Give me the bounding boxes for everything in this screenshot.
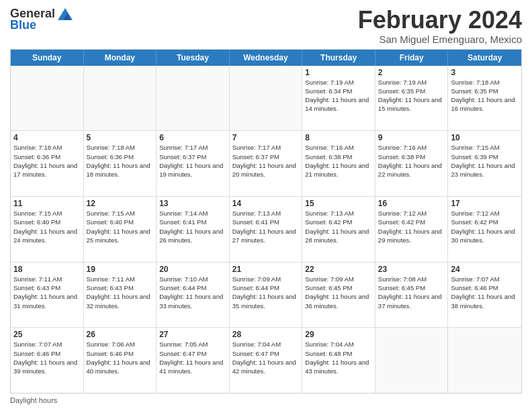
day-number: 14: [232, 199, 300, 208]
calendar-cell: [157, 66, 230, 131]
day-info: Sunrise: 7:13 AM Sunset: 6:42 PM Dayligh…: [305, 209, 372, 244]
day-number: 22: [305, 265, 372, 274]
calendar-cell: 5Sunrise: 7:18 AM Sunset: 6:36 PM Daylig…: [84, 131, 157, 196]
header: General Blue February 2024 San Miguel Em…: [10, 7, 522, 45]
day-info: Sunrise: 7:16 AM Sunset: 6:38 PM Dayligh…: [378, 143, 445, 179]
day-info: Sunrise: 7:16 AM Sunset: 6:38 PM Dayligh…: [305, 143, 372, 179]
day-number: 11: [13, 199, 81, 208]
day-info: Sunrise: 7:09 AM Sunset: 6:44 PM Dayligh…: [232, 275, 300, 310]
calendar-cell: 19Sunrise: 7:11 AM Sunset: 6:43 PM Dayli…: [84, 263, 157, 328]
calendar-body: 1Sunrise: 7:19 AM Sunset: 6:34 PM Daylig…: [11, 66, 521, 393]
calendar-cell: 27Sunrise: 7:05 AM Sunset: 6:47 PM Dayli…: [157, 328, 230, 393]
calendar-cell: 9Sunrise: 7:16 AM Sunset: 6:38 PM Daylig…: [375, 131, 449, 196]
day-number: 10: [451, 133, 519, 142]
calendar-cell: 7Sunrise: 7:17 AM Sunset: 6:37 PM Daylig…: [230, 131, 303, 196]
day-number: 13: [159, 199, 226, 208]
day-number: 18: [13, 265, 81, 274]
day-info: Sunrise: 7:15 AM Sunset: 6:40 PM Dayligh…: [87, 209, 154, 244]
calendar-cell: 13Sunrise: 7:14 AM Sunset: 6:41 PM Dayli…: [157, 197, 230, 262]
calendar-cell: 6Sunrise: 7:17 AM Sunset: 6:37 PM Daylig…: [157, 131, 230, 196]
calendar-row-0: 1Sunrise: 7:19 AM Sunset: 6:34 PM Daylig…: [11, 66, 521, 132]
calendar-cell: [230, 66, 303, 131]
day-number: 1: [305, 68, 372, 77]
calendar-row-4: 25Sunrise: 7:07 AM Sunset: 6:46 PM Dayli…: [11, 328, 521, 393]
day-info: Sunrise: 7:12 AM Sunset: 6:42 PM Dayligh…: [451, 209, 519, 244]
day-info: Sunrise: 7:07 AM Sunset: 6:46 PM Dayligh…: [13, 340, 81, 375]
day-number: 24: [451, 265, 519, 274]
footer-text: Daylight hours: [10, 396, 57, 404]
day-info: Sunrise: 7:05 AM Sunset: 6:47 PM Dayligh…: [159, 340, 226, 375]
day-number: 23: [378, 265, 445, 274]
day-number: 6: [159, 133, 226, 142]
day-info: Sunrise: 7:04 AM Sunset: 6:47 PM Dayligh…: [232, 340, 300, 375]
calendar-cell: [448, 328, 521, 393]
calendar-cell: 20Sunrise: 7:10 AM Sunset: 6:44 PM Dayli…: [157, 263, 230, 328]
day-number: 5: [87, 133, 154, 142]
day-info: Sunrise: 7:08 AM Sunset: 6:45 PM Dayligh…: [378, 275, 445, 310]
calendar-cell: 14Sunrise: 7:13 AM Sunset: 6:41 PM Dayli…: [230, 197, 303, 262]
calendar-row-2: 11Sunrise: 7:15 AM Sunset: 6:40 PM Dayli…: [11, 197, 521, 263]
day-info: Sunrise: 7:04 AM Sunset: 6:48 PM Dayligh…: [305, 340, 372, 375]
day-info: Sunrise: 7:07 AM Sunset: 6:46 PM Dayligh…: [451, 275, 519, 310]
calendar-cell: 21Sunrise: 7:09 AM Sunset: 6:44 PM Dayli…: [230, 263, 303, 328]
calendar-cell: 17Sunrise: 7:12 AM Sunset: 6:42 PM Dayli…: [448, 197, 521, 262]
day-number: 15: [305, 199, 372, 208]
calendar-cell: 8Sunrise: 7:16 AM Sunset: 6:38 PM Daylig…: [302, 131, 375, 196]
title-area: February 2024 San Miguel Emenguaro, Mexi…: [358, 7, 522, 45]
calendar-cell: 3Sunrise: 7:18 AM Sunset: 6:35 PM Daylig…: [448, 66, 521, 131]
day-number: 17: [451, 199, 519, 208]
day-info: Sunrise: 7:18 AM Sunset: 6:35 PM Dayligh…: [451, 78, 519, 113]
header-day-thursday: Thursday: [302, 50, 375, 66]
calendar-cell: 25Sunrise: 7:07 AM Sunset: 6:46 PM Dayli…: [11, 328, 84, 393]
day-number: 19: [87, 265, 154, 274]
calendar-cell: 29Sunrise: 7:04 AM Sunset: 6:48 PM Dayli…: [302, 328, 375, 393]
calendar-cell: [11, 66, 84, 131]
day-info: Sunrise: 7:09 AM Sunset: 6:45 PM Dayligh…: [305, 275, 372, 310]
day-number: 4: [13, 133, 81, 142]
day-info: Sunrise: 7:13 AM Sunset: 6:41 PM Dayligh…: [232, 209, 300, 244]
calendar-cell: [84, 66, 157, 131]
day-info: Sunrise: 7:19 AM Sunset: 6:35 PM Dayligh…: [378, 78, 445, 113]
day-number: 9: [378, 133, 445, 142]
logo: General Blue: [10, 7, 73, 32]
header-day-sunday: Sunday: [11, 50, 84, 66]
day-number: 28: [232, 330, 300, 339]
header-day-tuesday: Tuesday: [157, 50, 230, 66]
calendar-cell: 2Sunrise: 7:19 AM Sunset: 6:35 PM Daylig…: [375, 66, 449, 131]
month-title: February 2024: [358, 7, 522, 34]
header-day-saturday: Saturday: [448, 50, 521, 66]
header-day-wednesday: Wednesday: [230, 50, 303, 66]
day-number: 3: [451, 68, 519, 77]
day-number: 8: [305, 133, 372, 142]
day-info: Sunrise: 7:15 AM Sunset: 6:39 PM Dayligh…: [451, 143, 519, 179]
calendar-cell: 18Sunrise: 7:11 AM Sunset: 6:43 PM Dayli…: [11, 263, 84, 328]
calendar: SundayMondayTuesdayWednesdayThursdayFrid…: [10, 49, 522, 394]
day-info: Sunrise: 7:19 AM Sunset: 6:34 PM Dayligh…: [305, 78, 372, 113]
calendar-cell: 12Sunrise: 7:15 AM Sunset: 6:40 PM Dayli…: [84, 197, 157, 262]
day-number: 27: [159, 330, 226, 339]
day-info: Sunrise: 7:06 AM Sunset: 6:46 PM Dayligh…: [87, 340, 154, 375]
calendar-cell: 22Sunrise: 7:09 AM Sunset: 6:45 PM Dayli…: [302, 263, 375, 328]
day-number: 2: [378, 68, 445, 77]
day-info: Sunrise: 7:15 AM Sunset: 6:40 PM Dayligh…: [13, 209, 81, 244]
day-info: Sunrise: 7:10 AM Sunset: 6:44 PM Dayligh…: [159, 275, 226, 310]
day-info: Sunrise: 7:11 AM Sunset: 6:43 PM Dayligh…: [13, 275, 81, 310]
logo-icon: [58, 8, 73, 20]
calendar-row-3: 18Sunrise: 7:11 AM Sunset: 6:43 PM Dayli…: [11, 263, 521, 328]
page: General Blue February 2024 San Miguel Em…: [0, 0, 532, 411]
calendar-cell: 4Sunrise: 7:18 AM Sunset: 6:36 PM Daylig…: [11, 131, 84, 196]
day-number: 12: [87, 199, 154, 208]
calendar-cell: 1Sunrise: 7:19 AM Sunset: 6:34 PM Daylig…: [302, 66, 375, 131]
day-info: Sunrise: 7:12 AM Sunset: 6:42 PM Dayligh…: [378, 209, 445, 244]
calendar-cell: 16Sunrise: 7:12 AM Sunset: 6:42 PM Dayli…: [375, 197, 449, 262]
calendar-cell: 15Sunrise: 7:13 AM Sunset: 6:42 PM Dayli…: [302, 197, 375, 262]
day-info: Sunrise: 7:11 AM Sunset: 6:43 PM Dayligh…: [87, 275, 154, 310]
calendar-row-1: 4Sunrise: 7:18 AM Sunset: 6:36 PM Daylig…: [11, 131, 521, 197]
day-number: 16: [378, 199, 445, 208]
calendar-cell: 28Sunrise: 7:04 AM Sunset: 6:47 PM Dayli…: [230, 328, 303, 393]
day-number: 7: [232, 133, 300, 142]
day-number: 25: [13, 330, 81, 339]
calendar-cell: 10Sunrise: 7:15 AM Sunset: 6:39 PM Dayli…: [448, 131, 521, 196]
header-day-monday: Monday: [84, 50, 157, 66]
day-number: 29: [305, 330, 372, 339]
